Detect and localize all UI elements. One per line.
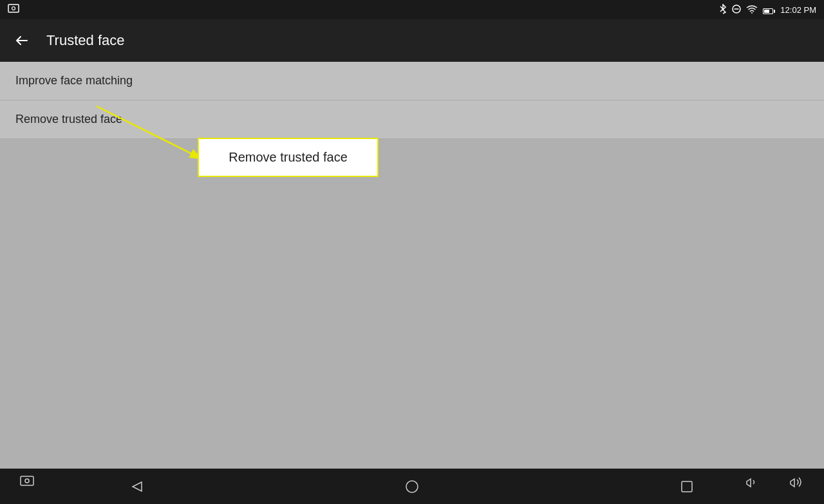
svg-rect-10 <box>682 481 692 492</box>
svg-point-7 <box>25 479 29 483</box>
menu-item-improve-face-matching-label: Improve face matching <box>15 74 133 88</box>
svg-rect-0 <box>8 5 19 12</box>
minus-circle-icon <box>732 5 741 15</box>
svg-point-9 <box>406 481 418 492</box>
back-button[interactable] <box>10 29 33 52</box>
page-title: Trusted face <box>46 32 124 49</box>
app-bar: Trusted face <box>0 19 824 62</box>
bluetooth-icon <box>719 4 727 16</box>
status-time: 12:02 PM <box>780 5 816 15</box>
svg-marker-8 <box>133 482 142 491</box>
nav-screenshot-icon[interactable] <box>8 468 46 494</box>
nav-vol-up-button[interactable] <box>778 469 816 495</box>
svg-rect-6 <box>21 476 33 485</box>
screenshot-icon <box>8 4 19 15</box>
status-bar-left <box>8 4 19 15</box>
nav-recents-button[interactable] <box>668 474 706 499</box>
menu-item-remove-trusted-face[interactable]: Remove trusted face <box>0 100 824 139</box>
tooltip-box: Remove trusted face <box>198 138 379 177</box>
nav-vol-down-button[interactable] <box>734 469 772 495</box>
svg-marker-12 <box>791 479 794 487</box>
content-area: Improve face matching Remove trusted fac… <box>0 62 824 139</box>
menu-item-improve-face-matching[interactable]: Improve face matching <box>0 62 824 100</box>
status-bar: 12:02 PM <box>0 0 824 19</box>
svg-point-4 <box>751 12 753 14</box>
nav-home-button[interactable] <box>393 474 431 499</box>
battery-icon <box>763 5 775 15</box>
tooltip-label: Remove trusted face <box>229 150 348 165</box>
svg-marker-11 <box>747 479 751 487</box>
status-bar-right: 12:02 PM <box>719 4 816 16</box>
wifi-icon <box>746 5 758 15</box>
nav-bar <box>0 469 824 504</box>
svg-point-1 <box>12 7 15 10</box>
menu-item-remove-trusted-face-label: Remove trusted face <box>15 113 122 126</box>
nav-back-button[interactable] <box>118 474 156 499</box>
